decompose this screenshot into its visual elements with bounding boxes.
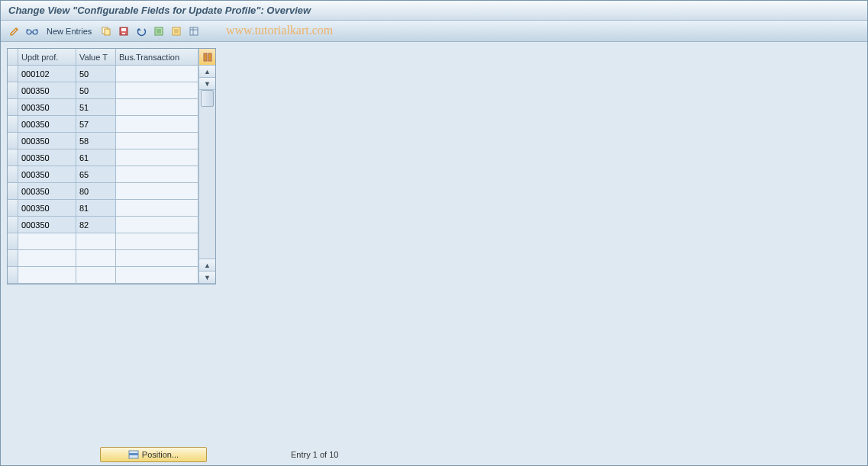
table-row[interactable]: 00035061 xyxy=(8,149,198,166)
position-button-label: Position... xyxy=(142,450,179,459)
cell-bus-transaction[interactable] xyxy=(116,116,198,133)
cell-bus-transaction[interactable] xyxy=(116,66,198,82)
cell-value-t[interactable] xyxy=(76,250,116,267)
row-handle[interactable] xyxy=(8,149,18,166)
entry-status: Entry 1 of 10 xyxy=(291,450,338,459)
col-header-updt-prof[interactable]: Updt prof. xyxy=(18,49,76,66)
cell-bus-transaction[interactable] xyxy=(116,133,198,149)
table-row[interactable]: 00035050 xyxy=(8,82,198,99)
cell-value-t[interactable] xyxy=(76,267,116,284)
row-handle[interactable] xyxy=(8,183,18,200)
table-settings-icon[interactable] xyxy=(186,24,202,39)
cell-updt-prof[interactable]: 000350 xyxy=(18,133,76,149)
cell-updt-prof[interactable]: 000350 xyxy=(18,166,76,183)
deselect-all-icon[interactable] xyxy=(169,24,184,39)
table-row[interactable]: 00035057 xyxy=(8,116,198,133)
scroll-down2-icon[interactable]: ▼ xyxy=(199,272,215,284)
position-button[interactable]: Position... xyxy=(100,447,207,462)
watermark: www.tutorialkart.com xyxy=(226,24,333,37)
scroll-down-icon[interactable]: ▼ xyxy=(199,78,215,90)
cell-updt-prof[interactable] xyxy=(18,233,76,250)
col-header-bus-transaction[interactable]: Bus.Transaction xyxy=(116,49,198,66)
table-scroll-column: ▲ ▼ ▲ ▼ xyxy=(198,49,215,284)
cell-value-t[interactable]: 50 xyxy=(76,66,116,82)
save-icon[interactable] xyxy=(116,24,131,39)
cell-value-t[interactable]: 57 xyxy=(76,116,116,133)
table-row[interactable]: 00010250 xyxy=(8,66,198,82)
cell-updt-prof[interactable]: 000350 xyxy=(18,217,76,233)
svg-rect-5 xyxy=(121,28,126,31)
cell-updt-prof[interactable]: 000102 xyxy=(18,66,76,82)
svg-rect-9 xyxy=(190,27,198,35)
row-handle[interactable] xyxy=(8,116,18,133)
row-handle[interactable] xyxy=(8,200,18,217)
table-row[interactable]: 00035081 xyxy=(8,200,198,217)
row-handle[interactable] xyxy=(8,66,18,82)
row-handle[interactable] xyxy=(8,217,18,233)
table-row[interactable]: 00035051 xyxy=(8,99,198,116)
scrollbar-track[interactable] xyxy=(199,90,215,259)
row-handle[interactable] xyxy=(8,166,18,183)
row-handle[interactable] xyxy=(8,133,18,149)
scrollbar-thumb[interactable] xyxy=(201,90,214,107)
copy-icon[interactable] xyxy=(98,24,114,39)
table-row[interactable] xyxy=(8,233,198,250)
cell-bus-transaction[interactable] xyxy=(116,82,198,99)
cell-bus-transaction[interactable] xyxy=(116,200,198,217)
cell-value-t[interactable] xyxy=(76,233,116,250)
cell-updt-prof[interactable]: 000350 xyxy=(18,200,76,217)
cell-value-t[interactable]: 50 xyxy=(76,82,116,99)
scroll-up2-icon[interactable]: ▲ xyxy=(199,259,215,272)
title-bar: Change View "Configurable Fields for Upd… xyxy=(1,1,867,21)
new-entries-button[interactable]: New Entries xyxy=(42,25,96,37)
svg-rect-13 xyxy=(129,453,138,455)
cell-bus-transaction[interactable] xyxy=(116,183,198,200)
undo-icon[interactable] xyxy=(134,24,149,39)
table-row[interactable]: 00035082 xyxy=(8,217,198,233)
cell-bus-transaction[interactable] xyxy=(116,99,198,116)
row-handle[interactable] xyxy=(8,250,18,267)
page-title: Change View "Configurable Fields for Upd… xyxy=(8,5,311,16)
table-row[interactable]: 00035058 xyxy=(8,133,198,149)
toolbar: New Entries www.tutorialkart.com xyxy=(1,21,867,42)
table-row[interactable]: 00035065 xyxy=(8,166,198,183)
change-icon[interactable] xyxy=(7,24,22,39)
cell-bus-transaction[interactable] xyxy=(116,233,198,250)
row-handle[interactable] xyxy=(8,99,18,116)
cell-bus-transaction[interactable] xyxy=(116,149,198,166)
cell-value-t[interactable]: 58 xyxy=(76,133,116,149)
cell-updt-prof[interactable]: 000350 xyxy=(18,183,76,200)
glasses-icon[interactable] xyxy=(24,24,40,39)
cell-bus-transaction[interactable] xyxy=(116,166,198,183)
table-row[interactable]: 00035080 xyxy=(8,183,198,200)
table-header-row: Updt prof. Value T Bus.Transaction xyxy=(8,49,198,66)
configure-columns-icon[interactable] xyxy=(199,49,215,66)
col-header-value-t[interactable]: Value T xyxy=(76,49,116,66)
table-row[interactable] xyxy=(8,267,198,284)
cell-value-t[interactable]: 61 xyxy=(76,149,116,166)
cell-value-t[interactable]: 81 xyxy=(76,200,116,217)
cell-updt-prof[interactable]: 000350 xyxy=(18,82,76,99)
row-handle[interactable] xyxy=(8,82,18,99)
cell-updt-prof[interactable] xyxy=(18,267,76,284)
scroll-up-icon[interactable]: ▲ xyxy=(199,66,215,78)
footer: Position... Entry 1 of 10 xyxy=(1,444,867,465)
row-handle[interactable] xyxy=(8,267,18,284)
cell-updt-prof[interactable]: 000350 xyxy=(18,99,76,116)
table-row[interactable] xyxy=(8,250,198,267)
svg-rect-11 xyxy=(208,53,211,61)
cell-value-t[interactable]: 82 xyxy=(76,217,116,233)
select-all-icon[interactable] xyxy=(151,24,166,39)
cell-bus-transaction[interactable] xyxy=(116,250,198,267)
cell-updt-prof[interactable]: 000350 xyxy=(18,116,76,133)
cell-bus-transaction[interactable] xyxy=(116,267,198,284)
cell-value-t[interactable]: 80 xyxy=(76,183,116,200)
row-handle[interactable] xyxy=(8,233,18,250)
cell-bus-transaction[interactable] xyxy=(116,217,198,233)
cell-value-t[interactable]: 65 xyxy=(76,166,116,183)
svg-rect-10 xyxy=(204,53,207,61)
cell-updt-prof[interactable]: 000350 xyxy=(18,149,76,166)
cell-value-t[interactable]: 51 xyxy=(76,99,116,116)
cell-updt-prof[interactable] xyxy=(18,250,76,267)
header-corner[interactable] xyxy=(8,49,18,66)
